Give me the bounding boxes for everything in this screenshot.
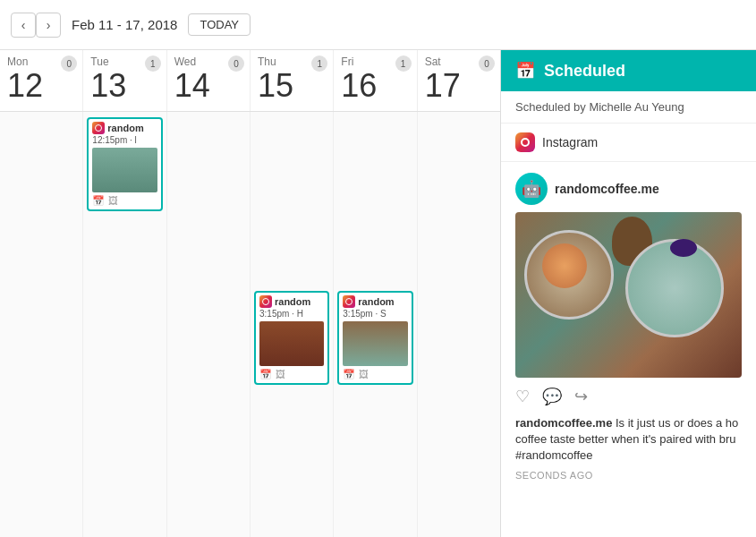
author-avatar: 🤖 bbox=[515, 173, 548, 205]
day-header-mon: Mon 12 0 bbox=[0, 50, 83, 111]
panel-title: Scheduled bbox=[544, 62, 625, 81]
post-card: 🤖 randomcoffee.me ♡ 💬 ↪ bbox=[501, 162, 756, 537]
event-time: 12:15pm · l bbox=[92, 135, 157, 145]
day-num-mon: 12 bbox=[7, 68, 43, 104]
prev-week-button[interactable]: ‹ bbox=[11, 13, 36, 38]
comment-icon[interactable]: 💬 bbox=[542, 387, 562, 406]
ig-circle bbox=[521, 138, 530, 147]
day-header-thu: Thu 15 1 bbox=[251, 50, 334, 111]
next-week-button[interactable]: › bbox=[36, 13, 61, 38]
calendar-action-icon: 📅 bbox=[92, 195, 105, 207]
day-header-wed: Wed 14 0 bbox=[167, 50, 251, 111]
instagram-icon bbox=[92, 122, 105, 134]
event-card-fri[interactable]: random 3:15pm · S 📅 🖼 bbox=[337, 291, 412, 385]
network-name: Instagram bbox=[542, 135, 598, 149]
post-image-bg bbox=[515, 212, 742, 378]
panel-header: 📅 Scheduled bbox=[501, 50, 756, 91]
date-range: Feb 11 - 17, 2018 bbox=[72, 17, 177, 32]
event-image bbox=[343, 321, 407, 366]
caption-username: randomcoffee.me bbox=[515, 416, 612, 430]
post-image bbox=[515, 212, 742, 378]
cal-col-sat bbox=[418, 112, 500, 537]
event-count-sat: 0 bbox=[479, 55, 495, 72]
calendar-body: random 12:15pm · l 📅 🖼 random bbox=[0, 112, 500, 537]
share-icon[interactable]: ↪ bbox=[574, 387, 588, 406]
cal-col-tue: random 12:15pm · l 📅 🖼 bbox=[83, 112, 166, 537]
panel-network: Instagram bbox=[501, 124, 756, 162]
right-panel: 📅 Scheduled Scheduled by Michelle Au Yeu… bbox=[501, 50, 756, 537]
cal-col-wed bbox=[167, 112, 251, 537]
calendar: Mon 12 0 Tue 13 1 Wed 14 0 Thu 15 1 bbox=[0, 50, 501, 537]
image-action-icon: 🖼 bbox=[108, 195, 118, 207]
post-timestamp: SECONDS AGO bbox=[515, 470, 742, 481]
post-author: 🤖 randomcoffee.me bbox=[515, 173, 742, 205]
event-header: random bbox=[343, 295, 407, 308]
event-image bbox=[92, 148, 157, 192]
event-actions: 📅 🖼 bbox=[92, 195, 157, 207]
day-name-sat: Sat bbox=[425, 55, 441, 68]
event-time: 3:15pm · S bbox=[343, 309, 407, 319]
event-image bbox=[259, 321, 324, 366]
event-card-thu[interactable]: random 3:15pm · H 📅 🖼 bbox=[254, 291, 329, 385]
instagram-icon bbox=[343, 295, 355, 308]
image-action-icon: 🖼 bbox=[359, 369, 369, 380]
event-header: random bbox=[92, 122, 157, 134]
panel-scheduled-by: Scheduled by Michelle Au Yeung bbox=[501, 91, 756, 124]
event-title: random bbox=[107, 123, 143, 133]
day-name-wed: Wed bbox=[174, 55, 196, 68]
post-reactions: ♡ 💬 ↪ bbox=[515, 387, 742, 406]
event-header: random bbox=[259, 295, 324, 308]
day-header-tue: Tue 13 1 bbox=[83, 50, 166, 111]
event-title: random bbox=[358, 296, 394, 307]
calendar-header: Mon 12 0 Tue 13 1 Wed 14 0 Thu 15 1 bbox=[0, 50, 500, 112]
day-name-tue: Tue bbox=[90, 55, 108, 68]
event-count-mon: 0 bbox=[61, 55, 77, 72]
image-action-icon: 🖼 bbox=[276, 369, 285, 380]
day-num-wed: 14 bbox=[174, 68, 210, 104]
calendar-icon: 📅 bbox=[515, 61, 535, 81]
network-ig-icon bbox=[515, 132, 535, 152]
event-time: 3:15pm · H bbox=[259, 309, 324, 319]
day-name-mon: Mon bbox=[7, 55, 28, 68]
robot-icon: 🤖 bbox=[522, 179, 541, 199]
post-caption: randomcoffee.me Is it just us or does a … bbox=[515, 415, 742, 465]
day-num-sat: 17 bbox=[425, 68, 461, 104]
event-actions: 📅 🖼 bbox=[259, 369, 324, 380]
instagram-icon bbox=[259, 295, 272, 308]
event-count-fri: 1 bbox=[395, 55, 412, 72]
event-title: random bbox=[275, 296, 310, 307]
top-bar: ‹ › Feb 11 - 17, 2018 TODAY bbox=[0, 0, 756, 50]
calendar-action-icon: 📅 bbox=[259, 369, 272, 380]
day-name-fri: Fri bbox=[341, 55, 353, 68]
event-count-thu: 1 bbox=[311, 55, 327, 72]
day-num-tue: 13 bbox=[90, 68, 126, 104]
event-card-tue[interactable]: random 12:15pm · l 📅 🖼 bbox=[87, 117, 162, 211]
food-item bbox=[542, 243, 587, 288]
day-header-fri: Fri 16 1 bbox=[334, 50, 417, 111]
like-icon[interactable]: ♡ bbox=[515, 387, 530, 406]
day-num-fri: 16 bbox=[341, 68, 377, 104]
today-button[interactable]: TODAY bbox=[188, 13, 251, 36]
day-header-sat: Sat 17 0 bbox=[418, 50, 500, 111]
event-actions: 📅 🖼 bbox=[343, 369, 407, 380]
day-name-thu: Thu bbox=[258, 55, 276, 68]
cal-col-mon bbox=[0, 112, 83, 537]
day-num-thu: 15 bbox=[258, 68, 293, 104]
author-name: randomcoffee.me bbox=[555, 182, 659, 196]
cal-col-fri: random 3:15pm · S 📅 🖼 bbox=[334, 112, 417, 537]
cal-col-thu: random 3:15pm · H 📅 🖼 bbox=[251, 112, 334, 537]
main-layout: Mon 12 0 Tue 13 1 Wed 14 0 Thu 15 1 bbox=[0, 50, 756, 537]
event-count-tue: 1 bbox=[145, 55, 161, 72]
calendar-action-icon: 📅 bbox=[343, 369, 355, 380]
event-count-wed: 0 bbox=[228, 55, 244, 72]
berries-item bbox=[670, 239, 697, 257]
